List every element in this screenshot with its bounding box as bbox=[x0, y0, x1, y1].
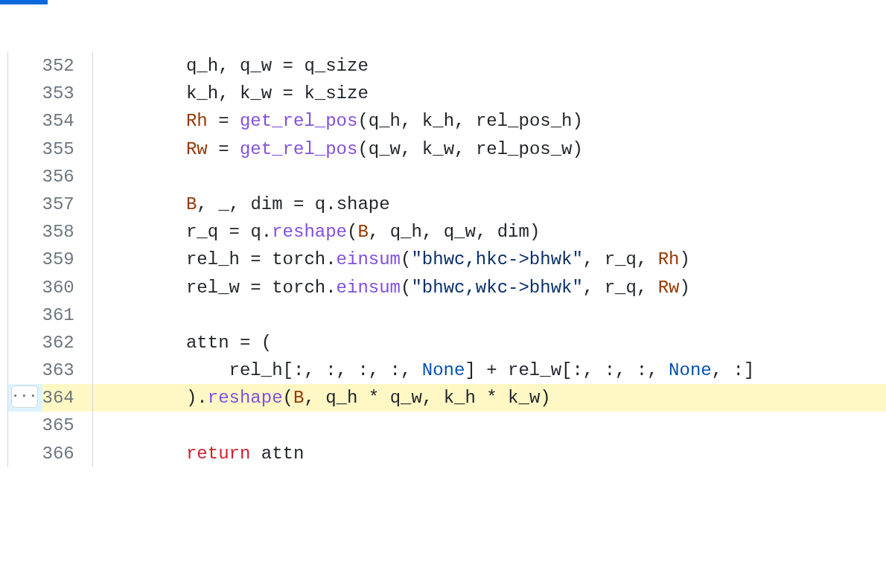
line-number[interactable]: 354 bbox=[42, 107, 93, 135]
expand-gutter bbox=[8, 163, 42, 191]
code-line: 360 rel_w = torch.einsum("bhwc,wkc->bhwk… bbox=[8, 274, 886, 301]
expand-gutter bbox=[8, 191, 42, 218]
expand-gutter bbox=[8, 329, 42, 357]
code-line: 366 return attn bbox=[8, 440, 886, 467]
expand-button[interactable]: ··· bbox=[11, 386, 38, 408]
line-number[interactable]: 360 bbox=[42, 274, 93, 301]
code-content[interactable]: Rh = get_rel_pos(q_h, k_h, rel_pos_h) bbox=[92, 107, 885, 135]
code-content[interactable] bbox=[92, 412, 885, 439]
code-line: 363 rel_h[:, :, :, :, None] + rel_w[:, :… bbox=[8, 357, 886, 384]
expand-gutter bbox=[8, 412, 42, 439]
line-number[interactable]: 364 bbox=[42, 384, 93, 412]
code-content[interactable] bbox=[92, 301, 885, 329]
code-line: 358 r_q = q.reshape(B, q_h, q_w, dim) bbox=[8, 218, 886, 246]
expand-gutter bbox=[8, 301, 42, 329]
expand-gutter bbox=[8, 357, 42, 384]
line-number[interactable]: 366 bbox=[42, 440, 93, 467]
code-content[interactable]: ).reshape(B, q_h * q_w, k_h * k_w) bbox=[92, 384, 885, 412]
expand-gutter bbox=[8, 440, 42, 467]
code-line: 365 bbox=[8, 412, 886, 439]
code-content[interactable]: rel_h = torch.einsum("bhwc,hkc->bhwk", r… bbox=[92, 246, 885, 273]
code-content[interactable]: return attn bbox=[92, 440, 885, 467]
code-line: 361 bbox=[8, 301, 886, 329]
line-number[interactable]: 363 bbox=[42, 357, 93, 384]
code-line: 359 rel_h = torch.einsum("bhwc,hkc->bhwk… bbox=[8, 246, 886, 273]
code-content[interactable]: Rw = get_rel_pos(q_w, k_w, rel_pos_w) bbox=[92, 135, 885, 163]
line-number[interactable]: 365 bbox=[42, 412, 93, 439]
code-content[interactable] bbox=[92, 163, 885, 191]
line-number[interactable]: 361 bbox=[42, 301, 93, 329]
expand-gutter bbox=[8, 274, 42, 301]
code-line: 362 attn = ( bbox=[8, 329, 886, 357]
expand-gutter: ··· bbox=[8, 384, 42, 412]
code-content[interactable]: rel_h[:, :, :, :, None] + rel_w[:, :, :,… bbox=[92, 357, 885, 384]
code-line: 353 k_h, k_w = k_size bbox=[8, 80, 886, 107]
code-content[interactable]: q_h, q_w = q_size bbox=[92, 52, 885, 80]
expand-gutter bbox=[8, 246, 42, 273]
line-number[interactable]: 352 bbox=[42, 52, 93, 80]
line-number[interactable]: 358 bbox=[42, 218, 93, 246]
expand-gutter bbox=[8, 135, 42, 163]
code-line: 356 bbox=[8, 163, 886, 191]
code-content[interactable]: k_h, k_w = k_size bbox=[92, 80, 885, 107]
code-line: 352 q_h, q_w = q_size bbox=[8, 52, 886, 80]
line-number[interactable]: 357 bbox=[42, 191, 93, 218]
code-line: 357 B, _, dim = q.shape bbox=[8, 191, 886, 218]
code-content[interactable]: r_q = q.reshape(B, q_h, q_w, dim) bbox=[92, 218, 885, 246]
code-content[interactable]: attn = ( bbox=[92, 329, 885, 357]
code-content[interactable]: rel_w = torch.einsum("bhwc,wkc->bhwk", r… bbox=[92, 274, 885, 301]
code-line: 355 Rw = get_rel_pos(q_w, k_w, rel_pos_w… bbox=[8, 135, 886, 163]
code-content[interactable]: B, _, dim = q.shape bbox=[92, 191, 885, 218]
expand-gutter bbox=[8, 52, 42, 80]
line-number[interactable]: 356 bbox=[42, 163, 93, 191]
code-line: 354 Rh = get_rel_pos(q_h, k_h, rel_pos_h… bbox=[8, 107, 886, 135]
line-number[interactable]: 353 bbox=[42, 80, 93, 107]
line-number[interactable]: 362 bbox=[42, 329, 93, 357]
line-number[interactable]: 359 bbox=[42, 246, 93, 273]
expand-gutter bbox=[8, 218, 42, 246]
code-line: ···364 ).reshape(B, q_h * q_w, k_h * k_w… bbox=[8, 384, 886, 412]
top-accent-bar bbox=[0, 0, 886, 6]
expand-gutter bbox=[8, 107, 42, 135]
line-number[interactable]: 355 bbox=[42, 135, 93, 163]
expand-gutter bbox=[8, 80, 42, 107]
code-diff-table: 352 q_h, q_w = q_size353 k_h, k_w = k_si… bbox=[7, 52, 886, 467]
